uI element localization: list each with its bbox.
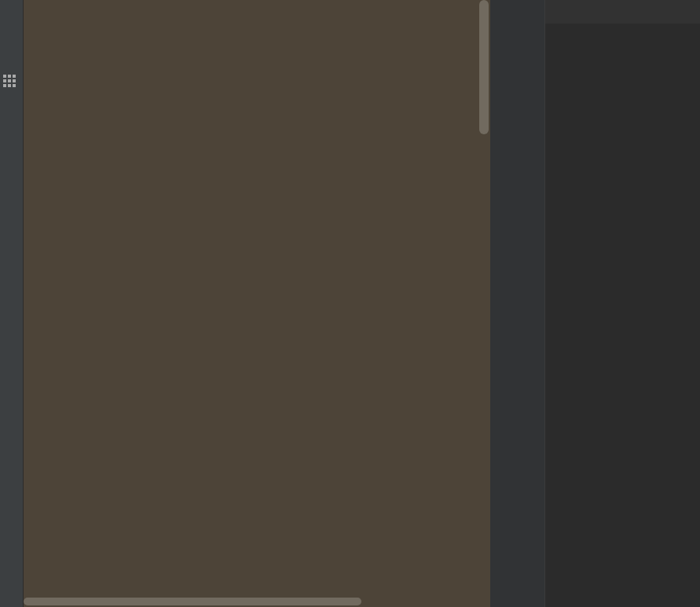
- dots-icon: [3, 75, 16, 87]
- project-tree-pane[interactable]: [24, 0, 490, 607]
- left-toolwindow-bar[interactable]: [0, 0, 24, 607]
- code-editor[interactable]: [490, 0, 700, 607]
- vertical-scrollbar[interactable]: [479, 0, 489, 134]
- horizontal-scrollbar[interactable]: [24, 598, 361, 605]
- editor-gutter[interactable]: [490, 0, 545, 607]
